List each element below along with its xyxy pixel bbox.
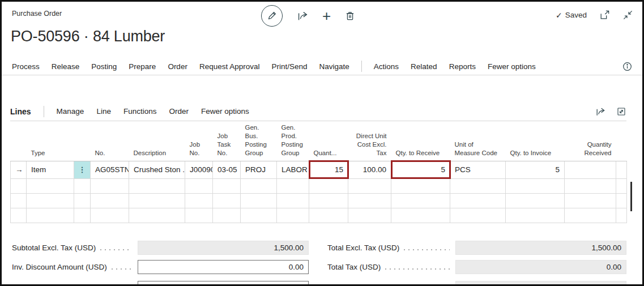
cell-quantity-received[interactable] — [565, 161, 616, 178]
lines-menu-order[interactable]: Order — [169, 107, 189, 116]
partial-field — [455, 281, 626, 286]
popout-window-icon[interactable] — [599, 10, 610, 20]
col-quantity-received[interactable]: Quantity Received — [565, 121, 616, 161]
lines-separator — [44, 106, 44, 117]
col-qty-to-receive[interactable]: Qty. to Receive — [391, 121, 450, 161]
menu-prepare[interactable]: Prepare — [129, 62, 156, 71]
col-quantity[interactable]: Quant... — [309, 121, 348, 161]
save-status-label: Saved — [565, 11, 587, 19]
subtotal-value-field: 1,500.00 — [138, 241, 309, 255]
menu-order[interactable]: Order — [168, 62, 187, 71]
share-icon[interactable] — [296, 10, 309, 22]
menu-separator — [361, 61, 362, 72]
window-status-area: ✓ Saved — [556, 10, 633, 20]
menu-print-send[interactable]: Print/Send — [271, 62, 307, 71]
cell-qty-to-invoice[interactable]: 5 — [506, 161, 565, 178]
cell-gen-bus-posting-group[interactable]: PROJ — [241, 161, 277, 178]
delete-trash-icon[interactable] — [344, 10, 356, 22]
col-filler — [616, 121, 627, 161]
new-plus-icon[interactable]: + — [322, 10, 331, 22]
lines-menu-functions[interactable]: Functions — [123, 107, 157, 116]
total-tax-label: Total Tax (USD) — [327, 263, 381, 271]
partial-row — [12, 281, 309, 286]
col-qty-to-invoice[interactable]: Qty. to Invoice — [506, 121, 565, 161]
col-no[interactable]: No. — [91, 121, 129, 161]
grid-header-row: Type No. Description Job No. Job Task No… — [11, 121, 627, 161]
dotted-leader — [100, 249, 132, 250]
lines-menu-fewer-options[interactable]: Fewer options — [201, 107, 249, 116]
total-tax-value-field: 0.00 — [455, 260, 626, 274]
purchase-lines-grid: Type No. Description Job No. Job Task No… — [10, 121, 627, 223]
partial-field[interactable] — [138, 281, 309, 286]
cell-filler — [616, 161, 627, 178]
dotted-leader — [404, 249, 450, 250]
cell-unit-of-measure[interactable]: PCS — [450, 161, 506, 178]
empty-line-row[interactable] — [11, 178, 627, 193]
lines-expand-grid-icon[interactable] — [616, 106, 626, 117]
col-options — [74, 121, 91, 161]
inv-discount-label: Inv. Discount Amount (USD) — [12, 263, 107, 271]
menu-navigate[interactable]: Navigate — [319, 62, 349, 71]
cell-qty-to-receive-highlighted[interactable]: 5 — [391, 161, 450, 178]
lines-section: Lines Manage Line Functions Order Fewer … — [10, 102, 626, 223]
col-gen-bus-posting-group[interactable]: Gen. Bus. Posting Group — [241, 121, 277, 161]
page-title: PO-50596 · 84 Lumber — [11, 28, 165, 45]
col-description[interactable]: Description — [129, 121, 185, 161]
col-gen-prod-posting-group[interactable]: Gen. Prod. Posting Group — [277, 121, 309, 161]
subtotal-row: Subtotal Excl. Tax (USD) 1,500.00 — [12, 241, 309, 255]
menu-posting[interactable]: Posting — [91, 62, 117, 71]
header-action-icons: + — [261, 5, 356, 27]
cell-gen-prod-posting-group[interactable]: LABOR — [277, 161, 309, 178]
col-job-task-no[interactable]: Job Task No. — [213, 121, 241, 161]
col-job-no[interactable]: Job No. — [185, 121, 213, 161]
cell-job-task-no[interactable]: 03-05 — [213, 161, 241, 178]
row-options-icon[interactable]: ⋮ — [74, 161, 91, 178]
info-icon[interactable] — [622, 62, 632, 71]
lines-share-icon[interactable] — [595, 106, 606, 117]
col-unit-of-measure[interactable]: Unit of Measure Code — [450, 121, 506, 161]
menu-release[interactable]: Release — [52, 62, 80, 71]
lines-title: Lines — [10, 107, 31, 116]
menu-process[interactable]: Process — [12, 62, 40, 71]
menu-actions[interactable]: Actions — [374, 62, 399, 71]
lines-toolbar: Lines Manage Line Functions Order Fewer … — [10, 102, 626, 121]
total-excl-tax-label: Total Excl. Tax (USD) — [327, 244, 399, 252]
total-tax-row: Total Tax (USD) 0.00 — [327, 260, 626, 274]
col-direct-unit-cost[interactable]: Direct Unit Cost Excl. Tax — [348, 121, 391, 161]
grid-vertical-scrollbar[interactable] — [630, 182, 632, 211]
line-row-1: → Item ⋮ AG05STN Crushed Ston ... J00090… — [11, 161, 627, 178]
cell-description[interactable]: Crushed Ston ... — [129, 161, 185, 178]
empty-line-row[interactable] — [11, 193, 627, 208]
menu-fewer-options[interactable]: Fewer options — [488, 62, 536, 71]
lines-menu-line[interactable]: Line — [96, 107, 111, 116]
row-selector-arrow[interactable]: → — [11, 161, 27, 178]
inv-discount-input[interactable] — [138, 260, 309, 274]
col-type[interactable]: Type — [27, 121, 74, 161]
purchase-order-window: Purchase Order PO-50596 · 84 Lumber + ✓ … — [0, 0, 644, 286]
cell-direct-unit-cost[interactable]: 100.00 — [348, 161, 391, 178]
lines-menu-manage[interactable]: Manage — [57, 107, 84, 116]
dotted-leader — [112, 268, 132, 270]
empty-line-row[interactable] — [11, 208, 627, 223]
subtotal-label: Subtotal Excl. Tax (USD) — [12, 244, 96, 252]
total-excl-tax-value-field: 1,500.00 — [455, 241, 626, 255]
menu-related[interactable]: Related — [411, 62, 437, 71]
cell-job-no[interactable]: J00090 — [185, 161, 213, 178]
cell-type[interactable]: Item — [27, 161, 74, 178]
page-caption: Purchase Order — [12, 10, 62, 18]
edit-pencil-icon[interactable] — [261, 5, 283, 27]
total-excl-tax-row: Total Excl. Tax (USD) 1,500.00 — [327, 241, 626, 255]
cell-quantity-highlighted[interactable]: 15 — [309, 161, 348, 178]
partial-row — [327, 281, 626, 286]
action-bar: Process Release Posting Prepare Order Re… — [2, 58, 642, 75]
menu-request-approval[interactable]: Request Approval — [199, 62, 260, 71]
collapse-window-icon[interactable] — [622, 10, 633, 20]
save-status: ✓ Saved — [556, 11, 587, 20]
cell-no[interactable]: AG05STN — [91, 161, 129, 178]
dotted-leader — [385, 268, 450, 270]
menu-reports[interactable]: Reports — [449, 62, 476, 71]
inv-discount-row: Inv. Discount Amount (USD) — [12, 260, 309, 274]
check-icon: ✓ — [556, 11, 562, 20]
col-selector — [11, 121, 27, 161]
